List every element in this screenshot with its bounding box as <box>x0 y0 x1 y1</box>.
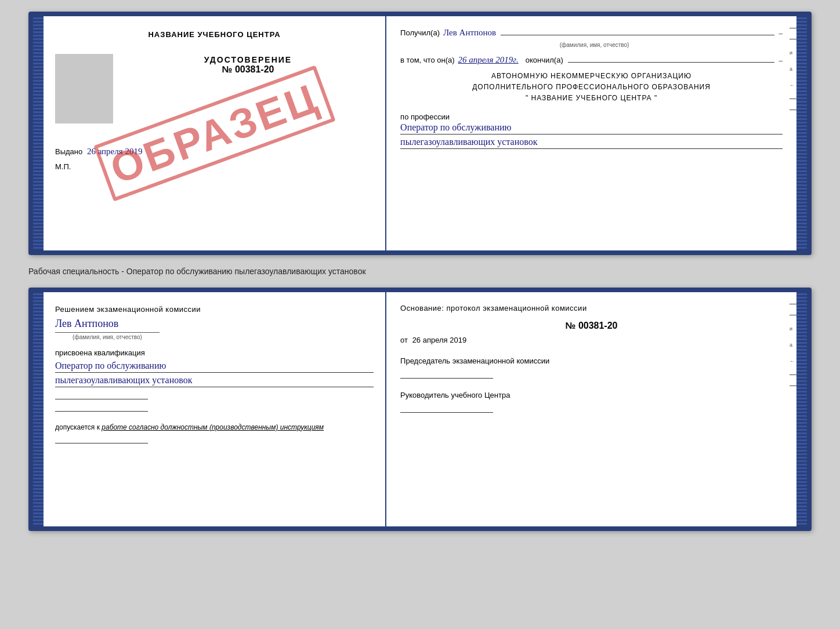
side-ticks: и а ← <box>790 28 796 110</box>
spine-left-bottom <box>33 292 44 526</box>
dopuskaetsya-row: допускается к работе согласно должностны… <box>55 423 374 431</box>
bottom-number: № 00381-20 <box>400 321 783 331</box>
vtom-label: в том, что он(а) <box>400 56 454 64</box>
fio-subtext: (фамилия, имя, отчество) <box>560 42 629 48</box>
top-booklet-left: НАЗВАНИЕ УЧЕБНОГО ЦЕНТРА УДОСТОВЕРЕНИЕ №… <box>44 16 386 250</box>
vydano-date: 26 апреля 2019 <box>87 147 143 156</box>
spine-right-top <box>796 16 807 250</box>
ot-date-row: от 26 апреля 2019 <box>400 336 783 344</box>
rukovoditel-section: Руководитель учебного Центра <box>400 390 783 413</box>
bottom-name-handwritten: Лев Антпонов <box>55 318 374 330</box>
signature-line-3 <box>55 443 148 443</box>
top-booklet-right: Получил(а) Лев Антпонов – (фамилия, имя,… <box>386 16 796 250</box>
dash1: – <box>779 28 783 38</box>
udostoverenie-title: УДОСТОВЕРЕНИЕ <box>122 55 374 64</box>
poluchil-name: Лев Антпонов <box>443 28 496 38</box>
vtom-underline <box>568 62 774 63</box>
mp-label: М.П. <box>55 162 374 171</box>
photo-placeholder <box>55 54 113 123</box>
tick-b1 <box>790 304 796 304</box>
vydano-label: Выдано <box>55 147 82 156</box>
predsedatel-section: Председатель экзаменационной комиссии <box>400 356 783 379</box>
tick4 <box>790 110 796 110</box>
tick3 <box>790 99 796 99</box>
dopuskaetsya-value: работе согласно должностным (производств… <box>102 423 324 431</box>
qualification-line2: пылегазоулавливающих установок <box>55 375 374 387</box>
page-container: НАЗВАНИЕ УЧЕБНОГО ЦЕНТРА УДОСТОВЕРЕНИЕ №… <box>28 12 812 531</box>
profession-line2: пылегазоулавливающих установок <box>400 137 783 149</box>
fio-subtext-row: (фамилия, имя, отчество) <box>400 39 783 49</box>
tick-b3 <box>790 375 796 375</box>
bottom-booklet-right: Основание: протокол экзаменационной коми… <box>386 292 796 526</box>
ot-date-value: 26 апреля 2019 <box>412 336 467 344</box>
spine-right-bottom <box>796 292 807 526</box>
spine-left <box>33 16 44 250</box>
org-line2: ДОПОЛНИТЕЛЬНОГО ПРОФЕССИОНАЛЬНОГО ОБРАЗО… <box>400 82 783 93</box>
udostoverenie-block: УДОСТОВЕРЕНИЕ № 00381-20 <box>122 55 374 75</box>
signature-line-2 <box>55 411 148 412</box>
dash2: – <box>779 56 783 65</box>
ot-label: от <box>400 336 408 344</box>
vtom-row: в том, что он(а) 26 апреля 2019г. окончи… <box>400 55 783 65</box>
top-booklet: НАЗВАНИЕ УЧЕБНОГО ЦЕНТРА УДОСТОВЕРЕНИЕ №… <box>28 12 812 255</box>
po-professii-label: по профессии <box>400 112 783 121</box>
okonchil-label: окончил(а) <box>526 56 563 64</box>
rukovoditel-label: Руководитель учебного Центра <box>400 390 783 401</box>
rukovoditel-sig-line <box>400 412 493 413</box>
qualification-line1: Оператор по обслуживанию <box>55 361 374 373</box>
side-ticks-bottom: и а ← <box>790 304 796 386</box>
bottom-booklet-left: Решением экзаменационной комиссии Лев Ан… <box>44 292 386 526</box>
org-block: АВТОНОМНУЮ НЕКОММЕРЧЕСКУЮ ОРГАНИЗАЦИЮ ДО… <box>400 71 783 104</box>
vtom-date: 26 апреля 2019г. <box>458 55 519 65</box>
bottom-booklet: Решением экзаменационной комиссии Лев Ан… <box>28 288 812 531</box>
predsedatel-label: Председатель экзаменационной комиссии <box>400 356 783 366</box>
tick1 <box>790 28 796 28</box>
tick-b2 <box>790 315 796 315</box>
vydano-row: Выдано 26 апреля 2019 <box>55 147 374 157</box>
poluchil-row: Получил(а) Лев Антпонов – <box>400 28 783 38</box>
udostoverenie-number: № 00381-20 <box>122 64 374 75</box>
prisvoena-label: присвоена квалификация <box>55 348 374 357</box>
osnovanie-label: Основание: протокол экзаменационной коми… <box>400 304 783 312</box>
signature-line-1 <box>55 399 148 399</box>
org-line1: АВТОНОМНУЮ НЕКОММЕРЧЕСКУЮ ОРГАНИЗАЦИЮ <box>400 71 783 82</box>
resheniem-label: Решением экзаменационной комиссии <box>55 304 374 315</box>
poluchil-label: Получил(а) <box>400 28 440 37</box>
tick-b4 <box>790 386 796 386</box>
bottom-fio-subtext: (фамилия, имя, отчество) <box>55 331 374 341</box>
dopuskaetsya-label: допускается к <box>55 423 100 431</box>
org-line3: " НАЗВАНИЕ УЧЕБНОГО ЦЕНТРА " <box>400 93 783 104</box>
cert-title: НАЗВАНИЕ УЧЕБНОГО ЦЕНТРА <box>55 30 374 39</box>
poluchil-underline <box>501 35 774 35</box>
profession-line1: Оператор по обслуживанию <box>400 122 783 134</box>
predsedatel-sig-line <box>400 378 493 379</box>
tick2 <box>790 39 796 39</box>
separator-label: Рабочая специальность - Оператор по обсл… <box>28 262 812 281</box>
